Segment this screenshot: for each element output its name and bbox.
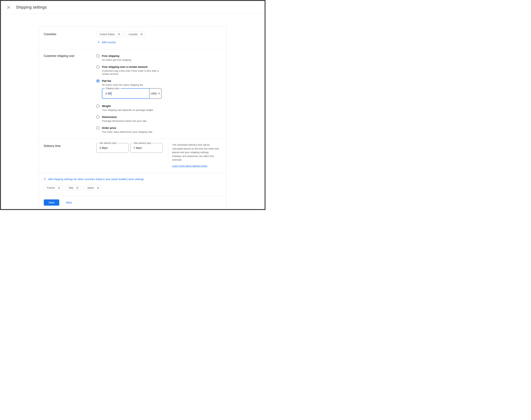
radio-option-flat-fee[interactable]: Flat fee All orders have the same shippi… (96, 79, 221, 101)
remove-country-icon[interactable] (97, 186, 99, 189)
max-delivery-days-field-label: Max delivery days (133, 142, 152, 144)
learn-more-link[interactable]: Learn more about delivery times (172, 165, 207, 167)
currency-select[interactable]: USD (149, 88, 162, 99)
chip-label: France (47, 186, 55, 189)
plus-icon: + (98, 40, 100, 44)
radio-unselected-icon[interactable] (96, 126, 100, 130)
option-description: Your shipping rate depends on package we… (102, 108, 153, 112)
countries-label: Countries (44, 31, 96, 44)
radio-unselected-icon[interactable] (96, 65, 100, 69)
country-chip-united-states[interactable]: United States (96, 31, 123, 37)
remove-country-icon[interactable] (76, 186, 79, 189)
delivery-time-section: Delivery time Min delivery days 2 days M… (39, 138, 227, 173)
card-footer: Save Back (39, 195, 227, 210)
chip-label: United States (100, 33, 115, 36)
chip-label: Italy (69, 186, 74, 189)
dropdown-arrow-icon (158, 93, 160, 94)
radio-selected-icon[interactable] (96, 79, 100, 83)
chip-label: Canada (129, 33, 137, 36)
radio-unselected-icon[interactable] (96, 105, 100, 108)
max-delivery-days-value: 7 days (134, 146, 142, 150)
delivery-note: The estimated delivery time will be calc… (172, 143, 219, 167)
plus-icon: + (44, 177, 46, 181)
radio-option-dimensions[interactable]: Dimensions Package dimensions factor int… (96, 115, 221, 122)
customer-shipping-cost-section: Customer shipping cost Free shipping All… (39, 49, 227, 138)
other-countries-section: + Add shipping settings for other countr… (39, 173, 227, 195)
shipping-rates-field-label: Shipping rates (105, 87, 121, 90)
remove-country-icon[interactable] (118, 33, 120, 36)
country-chip-canada[interactable]: Canada (125, 31, 146, 37)
delivery-time-label: Delivery time (44, 143, 96, 167)
add-shipping-settings-label: Add shipping settings for other countrie… (48, 178, 144, 181)
radio-option-free-shipping[interactable]: Free shipping All orders get free shippi… (96, 54, 221, 61)
close-button[interactable] (6, 5, 11, 10)
other-countries-chip-row: France Italy Japan (44, 185, 221, 191)
vertical-divider (168, 143, 168, 164)
option-title: Flat fee (102, 79, 162, 83)
radio-unselected-icon[interactable] (96, 54, 100, 58)
option-title: Free shipping over a certain amount (102, 65, 163, 69)
add-country-button[interactable]: + Add country (98, 41, 116, 44)
option-description: All orders have the same shipping fee (102, 83, 162, 86)
option-description: Package dimensions factor into your rate (102, 120, 147, 122)
country-chip-france[interactable]: France (44, 185, 63, 191)
radio-unselected-icon[interactable] (96, 115, 100, 119)
page-title: Shipping settings (16, 5, 47, 10)
option-description: All orders get free shipping (102, 58, 131, 61)
option-title: Dimensions (102, 115, 147, 119)
radio-option-free-shipping-over-amount[interactable]: Free shipping over a certain amount Cust… (96, 65, 221, 75)
radio-option-order-price[interactable]: Order price The order value determines y… (96, 126, 221, 134)
countries-chip-row: United States Canada (96, 31, 221, 37)
save-button[interactable]: Save (44, 199, 59, 206)
add-country-label: Add country (102, 41, 116, 44)
dialog-titlebar: Shipping settings (1, 1, 265, 14)
min-delivery-days-input[interactable]: Min delivery days 2 days (96, 143, 129, 152)
back-button[interactable]: Back (66, 201, 72, 204)
text-cursor (111, 92, 111, 95)
min-delivery-days-value: 2 days (99, 146, 108, 150)
option-title: Free shipping (102, 54, 131, 58)
option-description: Customers pay a fee only if their order … (102, 69, 163, 75)
option-description: The order value determines your shipping… (102, 130, 152, 134)
shipping-rate-row: Shipping rates 2.95 USD (102, 88, 162, 99)
remove-country-icon[interactable] (58, 186, 60, 189)
option-title: Order price (102, 126, 152, 130)
country-chip-italy[interactable]: Italy (65, 185, 82, 191)
currency-value: USD (151, 92, 157, 95)
country-chip-japan[interactable]: Japan (84, 185, 102, 191)
option-title: Weight (102, 104, 153, 108)
shipping-settings-dialog: Shipping settings Countries United State… (0, 0, 266, 210)
add-shipping-settings-button[interactable]: + Add shipping settings for other countr… (44, 177, 144, 181)
max-delivery-days-input[interactable]: Max delivery days 7 days (130, 143, 163, 152)
close-icon (7, 6, 10, 9)
shipping-rates-input[interactable]: Shipping rates 2.95 (102, 88, 149, 99)
remove-country-icon[interactable] (140, 33, 143, 36)
shipping-rates-value: 2.95 (106, 92, 111, 95)
chip-label: Japan (87, 186, 94, 189)
min-delivery-days-field-label: Min delivery days (99, 142, 118, 144)
radio-option-weight[interactable]: Weight Your shipping rate depends on pac… (96, 104, 221, 112)
shipping-settings-card: Countries United States Canada (39, 27, 227, 210)
customer-shipping-cost-label: Customer shipping cost (44, 54, 96, 137)
delivery-note-text: The estimated delivery time will be calc… (172, 143, 219, 162)
countries-section: Countries United States Canada (39, 27, 227, 49)
shipping-cost-options: Free shipping All orders get free shippi… (96, 54, 221, 137)
